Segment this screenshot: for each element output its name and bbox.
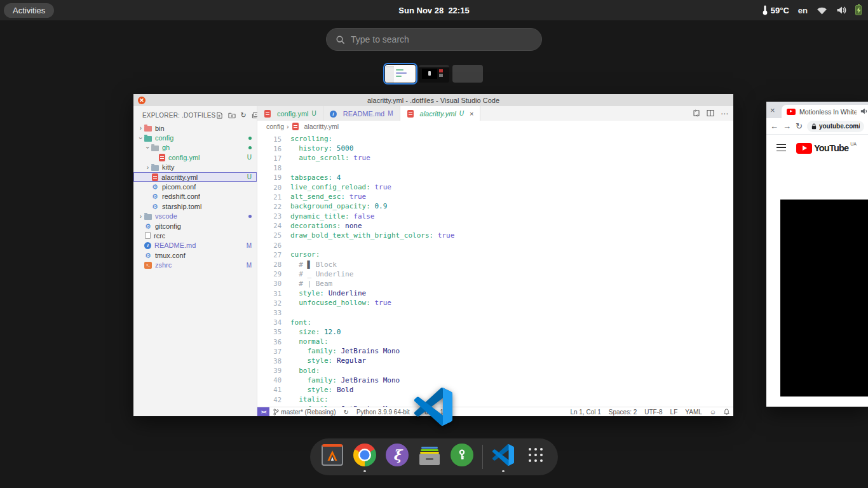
refresh-icon[interactable]: ↻ [241,111,247,119]
tree-item-gitconfig[interactable]: ⚙gitconfig [133,221,257,231]
chrome-active-tab[interactable]: Motionless In White - A [782,105,868,118]
new-file-icon[interactable] [216,112,223,119]
status-item[interactable]: LF [667,407,682,416]
status-branch[interactable]: master* (Rebasing) [269,407,339,416]
vscode-window[interactable]: ✕ alacritty.yml - .dotfiles - Visual Stu… [133,94,733,416]
more-editor-actions-icon[interactable]: ⋯ [721,109,728,118]
status-sync[interactable]: ↻ [340,407,353,416]
yaml-file-icon [264,110,271,118]
close-tab-icon[interactable]: × [470,110,473,118]
code-text: style: Regular [281,356,366,365]
chevron-icon[interactable]: › [137,125,144,132]
line-number: 26 [257,241,281,249]
tree-item-config[interactable]: ›config [133,133,257,142]
tab-alacritty-yml[interactable]: alacritty.ymlU× [400,106,481,121]
dock-item-keepassxc[interactable] [450,443,474,471]
forward-icon[interactable]: → [783,121,791,131]
back-icon[interactable]: ← [770,121,778,131]
chevron-icon[interactable]: › [144,144,151,151]
status-item[interactable]: YAML [681,407,706,416]
menu-icon[interactable] [776,144,786,151]
overview-search-bar[interactable] [326,28,542,51]
status-item[interactable]: Python 3.9.9 64-bit [353,407,414,416]
git-status-badge: M [247,242,252,249]
status-feedback-icon[interactable]: ☺ [706,407,720,416]
file-tree: ›bin›config›ghconfig.ymlU›kittyalacritty… [133,123,257,270]
chevron-icon[interactable]: › [137,213,144,220]
status-item[interactable]: Ln 1, Col 1 [566,407,604,416]
dock-separator [482,445,483,469]
dock-item-chrome[interactable] [353,443,377,471]
dock-item-emacs[interactable]: ξ [385,443,409,471]
breadcrumb[interactable]: config›alacritty.yml [257,121,733,132]
dock-item-app-grid[interactable] [524,443,548,471]
youtube-page: YouTube UA Motionless In White - Anot 21… [766,135,868,407]
tree-item-rcrc[interactable]: rcrc [133,231,257,240]
tab-audio-icon[interactable] [860,106,868,118]
tree-item-redshift-conf[interactable]: ⚙redshift.conf [133,192,257,201]
toggle-layout-icon[interactable] [693,108,700,119]
code-text: background_opacity: 0.9 [281,202,387,210]
git-status-badge: M [247,262,252,269]
new-folder-icon[interactable] [228,112,236,119]
youtube-wordmark: YouTube [814,143,848,153]
tree-item-zshrc[interactable]: >_zshrcM [133,260,257,269]
code-line: 25draw_bold_text_with_bright_colors: tru… [257,231,733,240]
tree-item-gh[interactable]: ›gh [133,143,257,152]
files-icon [417,443,442,467]
workspace-thumbnail-2[interactable] [419,65,449,83]
address-bar[interactable]: youtube.com/wa [807,121,864,132]
tree-item-picom-conf[interactable]: ⚙picom.conf [133,182,257,191]
breadcrumb-item[interactable]: alacritty.yml [304,123,339,130]
dock-item-files[interactable] [417,443,442,471]
tree-item-alacritty-yml[interactable]: alacritty.ymlU [133,172,257,182]
status-item[interactable]: Spaces: 2 [605,407,641,416]
tree-item-kitty[interactable]: ›kitty [133,163,257,172]
vscode-app-icon[interactable] [414,388,452,426]
chevron-icon[interactable]: › [144,164,151,171]
tab-label: alacritty.yml [420,110,456,118]
system-status-area[interactable]: 59°C en [762,5,862,15]
youtube-logo[interactable]: YouTube UA [796,142,857,154]
code-editor[interactable]: 15scrolling:16 history: 500017 auto_scro… [257,132,733,407]
clock[interactable]: Sun Nov 28 22:15 [398,6,469,15]
code-line: 24decorations: none [257,221,733,231]
reload-icon[interactable]: ↻ [796,121,803,131]
tab-close-icon[interactable]: × [770,105,775,115]
status-bell-icon[interactable] [720,407,733,416]
video-player[interactable] [780,200,868,396]
workspace-thumbnail-1[interactable] [385,65,416,83]
tree-item-starship-toml[interactable]: ⚙starship.toml [133,201,257,211]
activities-button[interactable]: Activities [4,3,54,18]
workspace-thumbnail-3[interactable] [452,65,483,83]
code-line: 18 [257,163,733,173]
breadcrumb-item[interactable]: config [266,123,284,130]
chrome-window[interactable]: × Motionless In White - A ← → ↻ youtube.… [766,102,868,407]
code-line: 17 auto_scroll: true [257,153,733,163]
chevron-icon[interactable]: › [137,135,144,142]
tree-item-bin[interactable]: ›bin [133,123,257,133]
git-status-badge: U [247,173,252,180]
close-window-icon[interactable]: ✕ [138,97,146,104]
tab-readme-md[interactable]: iREADME.mdM [323,106,400,121]
info-icon: i [144,242,151,249]
folder-icon [144,214,152,220]
keyboard-layout-indicator[interactable]: en [798,6,808,15]
tree-item-label: gitconfig [155,222,181,230]
tree-item-vscode[interactable]: ›vscode [133,212,257,221]
search-input[interactable] [351,34,532,44]
remote-indicator[interactable]: >< [257,407,269,416]
search-icon [336,35,345,44]
wifi-icon [817,6,827,15]
dock-item-alacritty[interactable] [320,443,344,471]
tree-item-readme-md[interactable]: iREADME.mdM [133,241,257,250]
split-editor-icon[interactable] [707,108,714,119]
status-item[interactable]: UTF-8 [641,407,666,416]
code-line: 40 family: JetBrains Mono [257,376,733,385]
tab-config-yml[interactable]: config.ymlU [257,106,323,121]
tree-item-config-yml[interactable]: config.ymlU [133,152,257,162]
thermometer-icon [762,5,768,15]
tree-item-tmux-conf[interactable]: ⚙tmux.conf [133,250,257,260]
code-line: 36 normal: [257,337,733,346]
dock-item-vscode[interactable] [491,443,515,471]
